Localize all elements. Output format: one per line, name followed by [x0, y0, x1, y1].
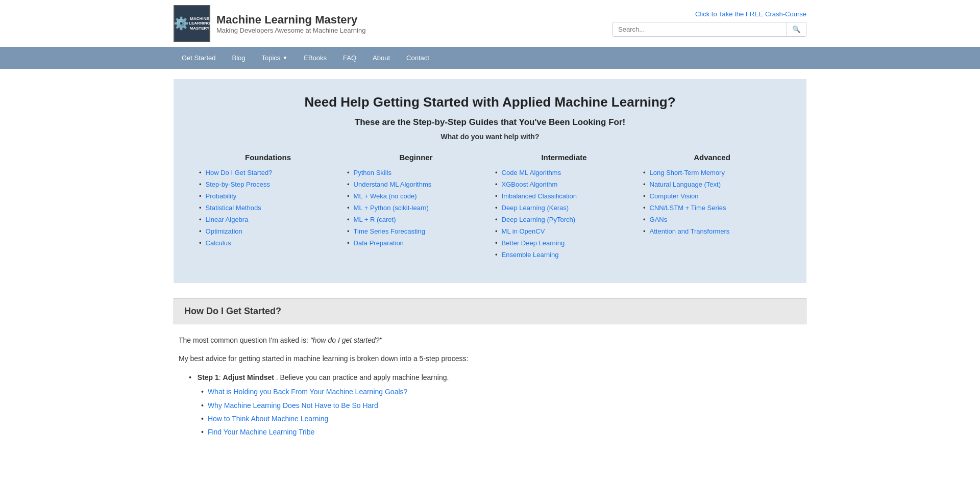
list-item: Ensemble Learning — [495, 251, 638, 259]
link-python-skills[interactable]: Python Skills — [354, 169, 391, 176]
nav-blog[interactable]: Blog — [224, 47, 253, 69]
nav-topics[interactable]: Topics ▼ — [254, 47, 296, 69]
link-attention-transformers[interactable]: Attention and Transformers — [650, 227, 730, 235]
intermediate-header: Intermediate — [490, 153, 638, 162]
nav-about[interactable]: About — [364, 47, 398, 69]
list-item: Step-by-Step Process — [199, 181, 342, 188]
link-optimization[interactable]: Optimization — [206, 227, 242, 235]
site-tagline: Making Developers Awesome at Machine Lea… — [216, 27, 365, 34]
nav-faq[interactable]: FAQ — [335, 47, 364, 69]
beginner-list: Python Skills Understand ML Algorithms M… — [342, 169, 490, 247]
list-item: Linear Algebra — [199, 216, 342, 223]
list-item: Probability — [199, 192, 342, 200]
link-deep-learning-keras[interactable]: Deep Learning (Keras) — [502, 204, 569, 212]
intro-paragraph-1: The most common question I'm asked is: "… — [179, 335, 801, 346]
main-nav: Get Started Blog Topics ▼ EBooks FAQ Abo… — [0, 47, 980, 69]
link-linear-algebra[interactable]: Linear Algebra — [206, 216, 249, 223]
list-item: Data Preparation — [347, 239, 490, 247]
link-code-ml[interactable]: Code ML Algorithms — [502, 169, 561, 176]
list-item: Statistical Methods — [199, 204, 342, 212]
link-step-by-step[interactable]: Step-by-Step Process — [206, 181, 270, 188]
hero-section: Need Help Getting Started with Applied M… — [174, 79, 806, 283]
list-item: How Do I Get Started? — [199, 169, 342, 176]
link-time-series[interactable]: Time Series Forecasting — [354, 227, 425, 235]
list-item: XGBoost Algorithm — [495, 181, 638, 188]
link-think-ml[interactable]: How to Think About Machine Learning — [208, 413, 328, 424]
link-ml-r[interactable]: ML + R (caret) — [354, 216, 396, 223]
list-item: ML + Weka (no code) — [347, 192, 490, 200]
link-gans[interactable]: GANs — [650, 216, 668, 223]
list-item: Natural Language (Text) — [643, 181, 786, 188]
link-ml-weka[interactable]: ML + Weka (no code) — [354, 192, 417, 200]
list-item: Calculus — [199, 239, 342, 247]
advanced-list: Long Short-Term Memory Natural Language … — [638, 169, 786, 235]
link-statistical-methods[interactable]: Statistical Methods — [206, 204, 261, 212]
link-ensemble[interactable]: Ensemble Learning — [502, 251, 559, 259]
sub-list-item: Find Your Machine Learning Tribe — [201, 426, 801, 438]
list-item: Time Series Forecasting — [347, 227, 490, 235]
list-item: ML in OpenCV — [495, 227, 638, 235]
list-item: GANs — [643, 216, 786, 223]
get-started-heading: How Do I Get Started? — [174, 298, 806, 324]
step-1-sub-links: What is Holding you Back From Your Machi… — [189, 386, 801, 438]
list-item: Deep Learning (PyTorch) — [495, 216, 638, 223]
list-item: ML + Python (scikit-learn) — [347, 204, 490, 212]
intermediate-column: Intermediate Code ML Algorithms XGBoost … — [490, 153, 638, 263]
logo-area: ⚙️ MACHINE LEARNING MASTERY Machine Lear… — [174, 5, 365, 42]
foundations-column: Foundations How Do I Get Started? Step-b… — [194, 153, 342, 263]
nav-get-started[interactable]: Get Started — [174, 47, 224, 69]
link-lstm[interactable]: Long Short-Term Memory — [650, 169, 725, 176]
crash-course-link[interactable]: Click to Take the FREE Crash-Course — [695, 10, 806, 18]
sub-list-item: Why Machine Learning Does Not Have to Be… — [201, 400, 801, 411]
beginner-column: Beginner Python Skills Understand ML Alg… — [342, 153, 490, 263]
search-button[interactable]: 🔍 — [787, 22, 806, 36]
hero-question: What do you want help with? — [184, 133, 796, 141]
intermediate-list: Code ML Algorithms XGBoost Algorithm Imb… — [490, 169, 638, 259]
header-right: Click to Take the FREE Crash-Course 🔍 — [612, 10, 806, 37]
list-item: Long Short-Term Memory — [643, 169, 786, 176]
link-computer-vision[interactable]: Computer Vision — [650, 192, 699, 200]
link-probability[interactable]: Probability — [206, 192, 237, 200]
link-imbalanced[interactable]: Imbalanced Classification — [502, 192, 577, 200]
step-1-text: . Believe you can practice and apply mac… — [276, 373, 449, 381]
link-calculus[interactable]: Calculus — [206, 239, 231, 247]
site-title-area: Machine Learning Mastery Making Develope… — [216, 13, 365, 34]
step-1-title: Adjust Mindset — [223, 373, 274, 381]
advanced-column: Advanced Long Short-Term Memory Natural … — [638, 153, 786, 263]
link-find-tribe[interactable]: Find Your Machine Learning Tribe — [208, 426, 314, 438]
hero-subtitle: These are the Step-by-Step Guides that Y… — [184, 117, 796, 127]
beginner-header: Beginner — [342, 153, 490, 162]
link-ml-opencv[interactable]: ML in OpenCV — [502, 227, 545, 235]
link-better-dl[interactable]: Better Deep Learning — [502, 239, 565, 247]
list-item: Attention and Transformers — [643, 227, 786, 235]
get-started-content: The most common question I'm asked is: "… — [174, 335, 806, 438]
search-icon: 🔍 — [792, 25, 801, 33]
topics-chevron: ▼ — [282, 55, 287, 61]
link-nlp[interactable]: Natural Language (Text) — [650, 181, 721, 188]
list-item: Optimization — [199, 227, 342, 235]
nav-contact[interactable]: Contact — [398, 47, 437, 69]
link-holding-back[interactable]: What is Holding you Back From Your Machi… — [208, 386, 407, 397]
list-item: ML + R (caret) — [347, 216, 490, 223]
list-item: Better Deep Learning — [495, 239, 638, 247]
site-logo[interactable]: ⚙️ MACHINE LEARNING MASTERY — [174, 5, 210, 42]
list-item: Code ML Algorithms — [495, 169, 638, 176]
get-started-section: How Do I Get Started? The most common qu… — [174, 298, 806, 438]
link-xgboost[interactable]: XGBoost Algorithm — [502, 181, 558, 188]
nav-ebooks[interactable]: EBooks — [296, 47, 335, 69]
link-understand-ml[interactable]: Understand ML Algorithms — [354, 181, 432, 188]
list-item: Python Skills — [347, 169, 490, 176]
steps-list: Step 1: Adjust Mindset . Believe you can… — [179, 372, 801, 438]
link-not-hard[interactable]: Why Machine Learning Does Not Have to Be… — [208, 400, 378, 411]
list-item: Deep Learning (Keras) — [495, 204, 638, 212]
link-ml-python[interactable]: ML + Python (scikit-learn) — [354, 204, 429, 212]
link-cnn-lstm[interactable]: CNN/LSTM + Time Series — [650, 204, 726, 212]
link-data-prep[interactable]: Data Preparation — [354, 239, 404, 247]
list-item: Imbalanced Classification — [495, 192, 638, 200]
intro-paragraph-2: My best advice for getting started in ma… — [179, 353, 801, 364]
header: ⚙️ MACHINE LEARNING MASTERY Machine Lear… — [0, 0, 980, 47]
link-deep-learning-pytorch[interactable]: Deep Learning (PyTorch) — [502, 216, 576, 223]
link-get-started[interactable]: How Do I Get Started? — [206, 169, 273, 176]
search-input[interactable] — [613, 22, 787, 36]
sub-list-item: How to Think About Machine Learning — [201, 413, 801, 424]
